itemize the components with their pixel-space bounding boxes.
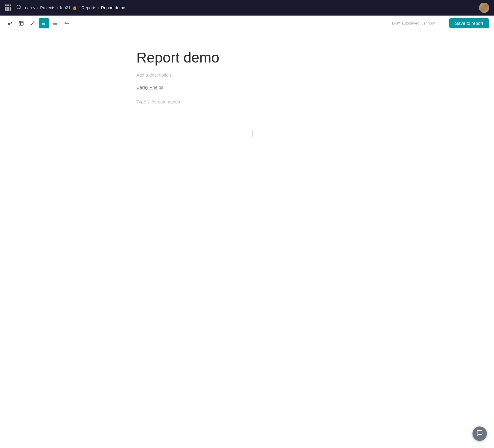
breadcrumb: carey › Projects › feb21 🔒 › Reports › R… [25, 5, 477, 10]
chat-icon [476, 430, 483, 438]
avatar-image [479, 3, 489, 13]
app-grid-icon[interactable] [5, 4, 11, 11]
scatter-button[interactable] [28, 18, 38, 28]
report-title[interactable]: Report demo [136, 49, 358, 66]
breadcrumb-reports[interactable]: Reports [82, 5, 96, 10]
align-left-button[interactable] [39, 18, 49, 28]
nav-bar: carey › Projects › feb21 🔒 › Reports › R… [0, 0, 494, 16]
expand-button[interactable] [62, 18, 72, 28]
breadcrumb-report-demo[interactable]: Report demo [101, 5, 125, 10]
breadcrumb-sep-3: › [79, 6, 80, 10]
table-button[interactable] [16, 18, 26, 28]
draft-status: Draft autosaved just now [392, 21, 435, 25]
report-commands-hint: Type '/' for commands [136, 99, 358, 104]
breadcrumb-sep-1: › [37, 6, 38, 10]
more-options-button[interactable]: ⋮ [437, 19, 447, 28]
breadcrumb-carey[interactable]: carey [25, 5, 35, 10]
report-author-link[interactable]: Carey Phelps [136, 85, 163, 90]
toolbar-right: Draft autosaved just now ⋮ Save to repor… [392, 18, 489, 28]
breadcrumb-sep-4: › [98, 6, 99, 10]
chat-widget-button[interactable] [472, 426, 487, 441]
svg-point-0 [17, 5, 20, 9]
align-justify-button[interactable] [50, 18, 60, 28]
text-cursor: | [251, 129, 253, 137]
report-description-placeholder[interactable]: Add a description... [136, 72, 358, 77]
save-to-report-button[interactable]: Save to report [449, 18, 489, 28]
breadcrumb-sep-2: › [57, 6, 58, 10]
breadcrumb-feb21[interactable]: feb21 [60, 5, 71, 10]
toolbar: Draft autosaved just now ⋮ Save to repor… [0, 16, 494, 31]
search-icon[interactable] [16, 4, 22, 11]
superscript-button[interactable] [5, 18, 15, 28]
breadcrumb-projects[interactable]: Projects [40, 5, 55, 10]
svg-rect-1 [19, 21, 23, 25]
main-content: Report demo Add a description... Carey P… [112, 31, 382, 122]
avatar[interactable] [479, 3, 489, 13]
lock-icon: 🔒 [72, 6, 77, 10]
